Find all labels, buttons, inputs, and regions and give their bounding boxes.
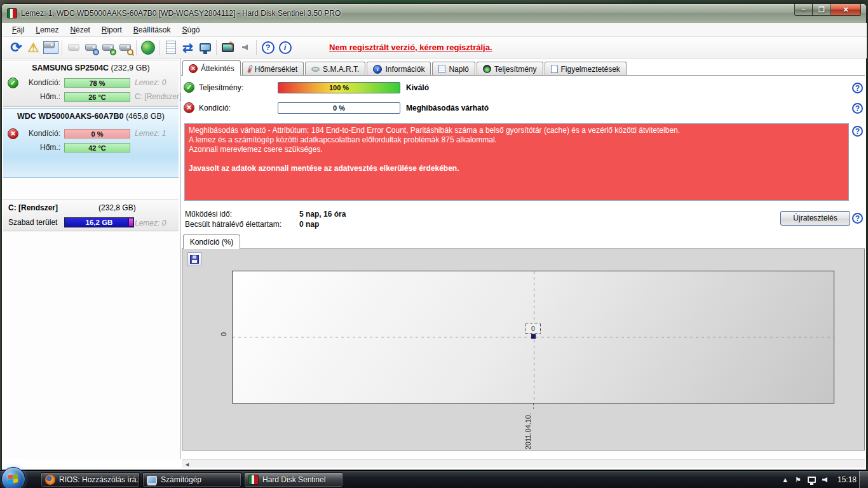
condition-label: Kondíció:	[21, 78, 60, 87]
tab-underline	[181, 75, 865, 76]
free-space-label: Szabad terület	[8, 218, 57, 227]
tray-expand-icon[interactable]: ▲	[782, 476, 789, 484]
menu-file[interactable]: Fájl	[6, 24, 30, 36]
disk-frame-icon[interactable]	[42, 39, 59, 56]
toolbar: ✓ ? i Nem regisztrált verzió, kérem regi…	[3, 37, 867, 58]
floppy-icon	[190, 255, 199, 264]
scroll-left-arrow[interactable]: ◄	[184, 461, 190, 468]
lifetime-value: 0 nap	[299, 220, 319, 229]
volume-icon[interactable]	[822, 477, 827, 482]
toolbar-separator	[216, 40, 217, 55]
failure-alert-box: Meghibásodás várható - Attribútum: 184 E…	[184, 123, 849, 201]
disk-index-label: Lemez: 0	[135, 78, 166, 87]
disk-detect-icon	[65, 39, 82, 56]
tab-label: Hőmérséklet	[255, 65, 297, 74]
menu-help[interactable]: Súgó	[176, 24, 205, 36]
network-computer-icon[interactable]	[196, 39, 214, 56]
status-fail-icon: ✕	[8, 128, 18, 139]
disk-index-label: Lemez: 0	[135, 219, 166, 227]
partition-size: (232,8 GB)	[98, 203, 136, 212]
horizontal-scrollbar[interactable]: ◄	[182, 459, 865, 468]
show-desktop-button[interactable]	[859, 471, 868, 488]
menu-disk[interactable]: Lemez	[30, 24, 64, 36]
maximize-button[interactable]: ❐	[813, 4, 831, 16]
taskbar-button-firefox[interactable]: RIOS: Hozzászólás írá...	[41, 472, 140, 487]
register-link[interactable]: Nem regisztrált verzió, kérem regisztrál…	[329, 43, 492, 52]
taskbar-button-computer[interactable]: Számítógép	[142, 472, 241, 487]
menu-report[interactable]: Riport	[96, 24, 128, 36]
close-button[interactable]: ✕	[831, 4, 861, 16]
free-space-bar: 16,2 GB	[64, 217, 134, 227]
disk-name: SAMSUNG SP2504C (232,9 GB)	[3, 60, 179, 72]
window-title: Lemez: 1, WDC WD5000AAKS-60A7B0 [WD-WCAS…	[21, 9, 341, 18]
tab-smart[interactable]: S.M.A.R.T.	[305, 62, 365, 76]
partition-card[interactable]: C: [Rendszer] (232,8 GB) Szabad terület …	[3, 200, 179, 231]
smart-icon	[311, 67, 320, 72]
temp-bar: 26 °C	[64, 92, 130, 102]
taskbar-button-label: Hard Disk Sentinel	[262, 475, 325, 484]
computer-icon	[147, 476, 157, 484]
tab-information[interactable]: i Információk	[367, 62, 431, 76]
network-icon[interactable]	[808, 477, 816, 483]
tab-alerts[interactable]: Figyelmeztetések	[545, 62, 627, 76]
info-icon[interactable]: i	[276, 39, 294, 56]
tab-log[interactable]: Napló	[432, 62, 475, 76]
disk-clock-icon[interactable]	[82, 39, 99, 56]
help-icon[interactable]: ?	[852, 103, 863, 114]
thermometer-icon	[247, 65, 253, 74]
condition-fail-icon: ✕	[184, 102, 194, 113]
tab-label: Teljesítmény	[494, 65, 537, 74]
tab-performance[interactable]: Teljesítmény	[477, 62, 543, 76]
toolbar-separator	[159, 40, 159, 55]
firefox-icon	[45, 475, 55, 485]
disk-check-icon[interactable]: ✓	[99, 39, 116, 56]
data-point	[531, 334, 536, 339]
taskbar-clock[interactable]: 15:18	[837, 475, 857, 484]
save-chart-button[interactable]	[187, 252, 201, 266]
report-icon[interactable]	[162, 39, 179, 56]
tab-label: Figyelmeztetések	[561, 65, 620, 74]
performance-rating: Kiváló	[406, 83, 429, 92]
help-icon[interactable]: ?	[852, 126, 863, 137]
desktop-background: Lemez: 1, WDC WD5000AAKS-60A7B0 [WD-WCAS…	[0, 0, 868, 488]
app-window: Lemez: 1, WDC WD5000AAKS-60A7B0 [WD-WCAS…	[1, 3, 867, 470]
alert-advice: Javasolt az adatok azonnali mentése az a…	[189, 164, 844, 173]
chart-tab-condition[interactable]: Kondíció (%)	[183, 234, 240, 249]
warning-icon[interactable]	[25, 39, 42, 56]
globe-icon[interactable]	[139, 39, 156, 56]
help-icon[interactable]: ?	[852, 83, 863, 93]
disk-search-icon[interactable]	[116, 39, 133, 56]
help-icon[interactable]: ?	[852, 213, 863, 224]
condition-bar: 78 %	[64, 78, 130, 88]
retest-button[interactable]: Újratesztelés	[780, 211, 850, 226]
tab-overview[interactable]: ✕ Áttekintés	[182, 60, 241, 76]
toolbar-separator	[62, 40, 62, 55]
sound-icon[interactable]	[236, 39, 254, 56]
disk-size: (465,8 GB)	[126, 112, 165, 121]
start-button[interactable]	[1, 467, 25, 488]
sync-icon[interactable]	[179, 39, 196, 56]
disk-model: SAMSUNG SP2504C	[32, 64, 109, 72]
x-axis-tick: 2011.04.10.	[524, 413, 532, 449]
refresh-icon[interactable]	[8, 39, 25, 56]
title-bar[interactable]: Lemez: 1, WDC WD5000AAKS-60A7B0 [WD-WCAS…	[2, 4, 866, 23]
tab-temperature[interactable]: Hőmérséklet	[242, 62, 304, 76]
condition-label: Kondíció:	[199, 104, 231, 112]
taskbar-button-hds[interactable]: Hard Disk Sentinel	[244, 472, 343, 487]
minimize-button[interactable]: –	[794, 4, 813, 16]
disk-index-label: Lemez: 1	[135, 129, 166, 138]
menu-bar: Fájl Lemez Nézet Riport Beállítások Súgó	[3, 23, 867, 37]
help-icon[interactable]: ?	[259, 39, 276, 56]
action-center-flag-icon[interactable]: ⚑	[795, 476, 801, 484]
menu-settings[interactable]: Beállítások	[128, 24, 177, 36]
temp-label: Hőm.:	[21, 92, 60, 101]
disk-card-wdc-selected[interactable]: WDC WD5000AAKS-60A7B0 (465,8 GB) ✕ Kondí…	[3, 108, 179, 178]
menu-view[interactable]: Nézet	[64, 24, 95, 36]
performance-ok-icon: ✓	[184, 82, 194, 93]
condition-label: Kondíció:	[21, 129, 60, 138]
log-icon	[438, 65, 445, 73]
disk-card-samsung[interactable]: SAMSUNG SP2504C (232,9 GB) ✓ Kondíció: 7…	[3, 60, 179, 107]
monitor-edit-icon[interactable]	[219, 39, 236, 56]
app-icon	[7, 8, 17, 18]
x-axis-tickmark	[533, 403, 534, 411]
